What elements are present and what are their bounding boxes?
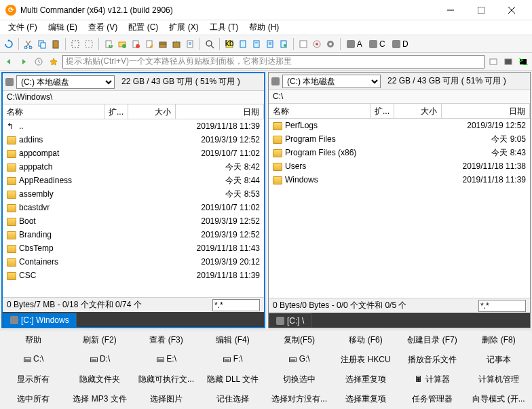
menu-item[interactable]: 查看 (V) — [83, 20, 123, 35]
col-size[interactable]: 大小 — [394, 104, 442, 118]
favorites-icon[interactable] — [48, 56, 60, 68]
bottom-button[interactable]: 🖴 F:\ — [200, 350, 266, 370]
menu-item[interactable]: 配置 (C) — [123, 20, 164, 35]
file-row[interactable]: Containers2019/3/19 20:12 — [3, 255, 264, 269]
left-path[interactable]: C:\Windows\ — [3, 91, 264, 104]
drive-a-icon[interactable]: A — [344, 38, 365, 50]
maximize-button[interactable] — [466, 0, 496, 20]
file-row[interactable]: addins2019/3/19 12:52 — [3, 133, 264, 147]
nav2-icon[interactable] — [502, 56, 514, 68]
file-row[interactable]: CbsTemp2019/11/18 11:43 — [3, 241, 264, 255]
view1-icon[interactable] — [297, 38, 309, 50]
bottom-button[interactable]: 🖴 D:\ — [66, 350, 133, 370]
minimize-button[interactable] — [435, 0, 466, 20]
pack-icon[interactable] — [157, 38, 169, 50]
nav1-icon[interactable] — [487, 56, 499, 68]
file-row[interactable]: Program Files今天 9:05 — [269, 132, 530, 146]
col-ext[interactable]: 扩... — [370, 104, 394, 118]
file-row[interactable]: Branding2019/3/19 12:52 — [3, 228, 264, 241]
size-icon[interactable]: kb — [223, 38, 235, 50]
bottom-button[interactable]: 删除 (F8) — [466, 330, 532, 350]
file-row[interactable]: ↰..2019/11/18 11:39 — [3, 119, 264, 133]
left-filter-input[interactable] — [212, 299, 260, 311]
bottom-button[interactable]: 隐藏 DLL 文件 — [200, 370, 266, 389]
col-name[interactable]: 名称 — [3, 104, 104, 119]
copy-icon[interactable] — [36, 38, 48, 50]
file-row[interactable]: apppatch今天 8:42 — [3, 160, 264, 174]
newfolder-icon[interactable] — [116, 38, 128, 50]
view2-icon[interactable] — [311, 38, 323, 50]
bottom-button[interactable]: 显示所有 — [0, 370, 66, 389]
bottom-button[interactable]: 编辑 (F4) — [200, 330, 266, 350]
file-row[interactable]: AppReadiness今天 8:44 — [3, 174, 264, 187]
bottom-button[interactable]: 刷新 (F2) — [66, 330, 133, 350]
rename-icon[interactable] — [143, 38, 155, 50]
nav3-icon[interactable]: >_ — [517, 56, 529, 68]
delete-icon[interactable] — [130, 38, 142, 50]
select-icon[interactable] — [69, 38, 81, 50]
col-date[interactable]: 日期 — [442, 104, 530, 118]
copy1-icon[interactable] — [237, 38, 249, 50]
copy3-icon[interactable] — [264, 38, 276, 50]
bottom-button[interactable]: 切换选中 — [266, 370, 332, 389]
bottom-button[interactable]: 帮助 — [0, 330, 66, 350]
menu-item[interactable]: 文件 (F) — [3, 20, 43, 35]
left-drive-select[interactable]: (C:) 本地磁盘 — [16, 75, 115, 89]
menu-item[interactable]: 帮助 (H) — [244, 20, 284, 35]
file-row[interactable]: bcastdvr2019/10/7 11:02 — [3, 201, 264, 214]
unpack-icon[interactable] — [170, 38, 183, 50]
bottom-button[interactable]: 选择 MP3 文件 — [66, 389, 133, 409]
bottom-button[interactable]: 选择图片 — [133, 389, 200, 409]
bottom-button[interactable]: 向导模式 (开... — [466, 389, 532, 409]
refresh-icon[interactable] — [3, 38, 15, 50]
right-filter-input[interactable] — [478, 300, 526, 312]
bottom-button[interactable]: 选择重复项 — [332, 389, 399, 409]
bottom-button[interactable]: 选择重复项 — [332, 370, 399, 389]
bottom-button[interactable]: 计算机管理 — [466, 370, 532, 389]
bottom-button[interactable]: 记事本 — [466, 350, 532, 370]
forward-icon[interactable] — [18, 56, 30, 68]
search-icon[interactable] — [204, 38, 216, 50]
file-row[interactable]: Users2019/11/18 11:38 — [269, 159, 530, 173]
close-button[interactable] — [496, 0, 527, 20]
left-list[interactable]: ↰..2019/11/18 11:39addins2019/3/19 12:52… — [3, 119, 264, 297]
right-path[interactable]: C:\ — [269, 90, 530, 104]
back-icon[interactable] — [3, 56, 15, 68]
menu-item[interactable]: 扩展 (X) — [164, 20, 204, 35]
copy2-icon[interactable] — [250, 38, 263, 50]
bottom-button[interactable]: 记住选择 — [200, 389, 266, 409]
deselect-icon[interactable] — [83, 38, 95, 50]
bottom-button[interactable]: 复制(F5) — [266, 330, 332, 350]
right-drive-select[interactable]: (C:) 本地磁盘 — [282, 75, 381, 88]
file-row[interactable]: CSC2019/11/18 11:39 — [3, 269, 264, 282]
menu-item[interactable]: 编辑 (E) — [43, 20, 83, 35]
file-row[interactable]: Program Files (x86)今天 8:43 — [269, 146, 530, 159]
bottom-button[interactable]: 隐藏可执行文... — [133, 370, 200, 389]
file-row[interactable]: assembly今天 8:53 — [3, 187, 264, 201]
col-ext[interactable]: 扩... — [104, 104, 128, 119]
right-list[interactable]: PerfLogs2019/3/19 12:52Program Files今天 9… — [269, 119, 530, 298]
menu-item[interactable]: 工具 (T) — [204, 20, 244, 35]
bottom-button[interactable]: 🖴 G:\ — [266, 350, 332, 370]
newfile-icon[interactable]: + — [102, 38, 115, 50]
file-row[interactable]: PerfLogs2019/3/19 12:52 — [269, 119, 530, 132]
bottom-button[interactable]: 选择对方没有... — [266, 389, 332, 409]
bottom-button[interactable]: 🖴 E:\ — [133, 350, 200, 370]
file-row[interactable]: Windows2019/11/18 11:39 — [269, 173, 530, 187]
bottom-button[interactable]: 查看 (F3) — [133, 330, 200, 350]
properties-icon[interactable] — [184, 38, 196, 50]
drive-d-icon[interactable]: D — [390, 38, 411, 50]
bottom-button[interactable]: 🖴 C:\ — [0, 350, 66, 370]
paste-icon[interactable] — [50, 38, 62, 50]
address-input[interactable] — [62, 55, 484, 69]
file-row[interactable]: Boot2019/3/19 12:52 — [3, 214, 264, 228]
drive-c-icon[interactable]: C — [366, 38, 388, 50]
right-tab[interactable]: [C:] \ — [269, 313, 311, 328]
bottom-button[interactable]: 创建目录 (F7) — [399, 330, 466, 350]
settings-icon[interactable] — [324, 38, 337, 50]
col-date[interactable]: 日期 — [176, 104, 264, 119]
col-size[interactable]: 大小 — [128, 104, 176, 119]
history-icon[interactable] — [33, 56, 45, 68]
col-name[interactable]: 名称 — [269, 104, 370, 118]
bottom-button[interactable]: 移动 (F6) — [332, 330, 399, 350]
